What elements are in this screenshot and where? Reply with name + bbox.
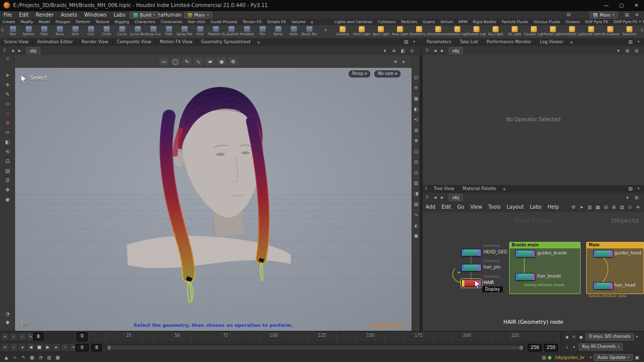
tool-icon[interactable]: ⟲ (0, 147, 15, 156)
add-pane-tab-icon[interactable]: + (501, 187, 508, 192)
pathbar-icon[interactable]: ◧ (398, 48, 408, 53)
range-end-field[interactable]: 256 (528, 344, 542, 351)
shelf-tool[interactable]: Spiral (270, 25, 286, 36)
shelf-tool[interactable]: Helix (286, 25, 301, 36)
selection-tool-icon[interactable]: ▭ (158, 57, 169, 66)
pathbar-icon[interactable]: ≡ (389, 48, 398, 53)
tool-icon[interactable]: ✥ (0, 185, 15, 195)
menu-item[interactable]: Windows (80, 11, 110, 19)
shelf-tool[interactable]: Platonic Solids (208, 25, 223, 36)
right-layout-selector[interactable]: Main ▾ (590, 12, 618, 19)
status-tool-icon[interactable]: ▦ (28, 352, 36, 362)
network-tool-icon[interactable]: ▤ (618, 205, 626, 210)
shelf-tool[interactable]: Point Light (352, 25, 371, 36)
shelf-tab[interactable]: DOP Pyro FX (611, 19, 640, 25)
pane-tab[interactable]: Scene View (0, 38, 33, 46)
display-option-icon[interactable]: ⟲ (412, 115, 420, 125)
pathbar-icon[interactable]: ⊙ (408, 48, 417, 53)
forward-icon[interactable]: ▶ (439, 196, 446, 200)
display-option-icon[interactable]: ◭ (412, 220, 420, 231)
key-all-channels-button[interactable]: Key All Channels ▾ (579, 343, 623, 350)
selection-tool-icon[interactable]: ▰ (205, 57, 215, 66)
status-tool-icon[interactable]: ▩ (53, 352, 62, 362)
timeline-ruler[interactable]: «‹›» 8 255075100125150175200225 0 (0, 331, 561, 342)
key-scope-icon[interactable]: ▾ (571, 345, 578, 349)
node-hair-braids[interactable] (515, 273, 535, 281)
pane-tab[interactable]: Parameters (423, 38, 456, 46)
shelf-tab[interactable]: Particles (398, 19, 420, 25)
chevron-down-icon[interactable]: ▾ (637, 19, 643, 25)
chevron-down-icon[interactable]: ▾ (635, 38, 642, 46)
shelf-tool[interactable]: Distant Light (467, 25, 486, 36)
shelf-tab[interactable]: Grains (420, 19, 438, 25)
tool-icon[interactable]: ◉ (0, 195, 15, 204)
shelf-tab[interactable]: Particle Fluids (499, 19, 531, 25)
status-tool-icon[interactable]: ◔ (36, 352, 45, 362)
projection-selector[interactable]: Persp ▾ (349, 70, 370, 77)
menu-item[interactable]: Labs (110, 11, 129, 19)
node-hair-pin[interactable] (461, 264, 481, 272)
selection-tool-icon[interactable]: ◉ (216, 57, 227, 66)
selection-tool-icon[interactable]: ∿ (193, 57, 204, 66)
display-option-icon[interactable]: ◫ (412, 146, 420, 157)
network-tool-icon[interactable]: ⚙ (570, 205, 578, 210)
shelf-tool[interactable]: Draw Curve (145, 25, 161, 36)
menu-item[interactable]: View (467, 202, 486, 212)
display-option-icon[interactable]: ✥ (412, 136, 420, 146)
shelf-grip-icon[interactable]: ⠿ (0, 28, 5, 33)
shelf-tool[interactable]: VR Camera (601, 25, 620, 36)
shelf-tool[interactable]: Spray Paint (177, 25, 192, 36)
range-end-handle[interactable] (519, 345, 523, 350)
shelf-tool[interactable]: Spot Light (371, 25, 390, 36)
shelf-tab[interactable]: Guide Process (208, 19, 240, 25)
shelf-tool[interactable]: Grid (67, 25, 83, 36)
desk-selector[interactable]: Build ▾ (130, 12, 158, 19)
display-option-icon[interactable]: ◷ (412, 167, 420, 178)
back-icon[interactable]: ◀ (432, 196, 439, 200)
chevron-down-icon[interactable]: ▾ (634, 335, 640, 339)
shelf-tool[interactable]: Stereo Camera (582, 25, 601, 36)
shelf-tool[interactable]: Box (5, 25, 21, 36)
pathbar-grip-icon[interactable]: ⠿ (0, 48, 9, 53)
substep-field[interactable]: 8 (92, 344, 102, 351)
display-option-icon[interactable]: ⊞ (412, 125, 420, 136)
shelf-tool[interactable]: Circle (99, 25, 114, 36)
menu-overflow-icon[interactable]: ≡ (633, 11, 641, 19)
close-button[interactable]: ✕ (629, 0, 644, 11)
tool-icon[interactable]: ✂ (0, 128, 15, 137)
maximize-button[interactable]: ▢ (614, 0, 629, 11)
play-reverse-button[interactable]: ◀ (27, 343, 35, 351)
chevron-down-icon[interactable]: ▾ (635, 185, 642, 193)
shelf-tool[interactable]: L-System (223, 25, 239, 36)
shelf-tab[interactable]: Lights and Cameras (332, 19, 375, 25)
display-option-icon[interactable]: ▤ (412, 199, 420, 210)
add-pane-tab-icon[interactable]: + (568, 40, 575, 45)
panel-icon[interactable]: ▤ (627, 185, 634, 193)
selection-tool-icon[interactable]: ✎ (182, 57, 192, 66)
shelf-tool[interactable]: Geometry Light (410, 25, 429, 36)
shelf-tab[interactable]: Rigid Bodies (470, 19, 499, 25)
menu-item[interactable]: Render (32, 11, 57, 19)
pathbar-icon[interactable]: ⊞ (632, 195, 641, 200)
pathbar-icon[interactable]: ⊞ (623, 48, 632, 53)
playback-range-slider[interactable] (107, 345, 525, 350)
network-path-chip[interactable]: obj (449, 47, 463, 54)
shelf-tool[interactable]: Sky Light (486, 25, 505, 36)
global-end-field[interactable]: 250 (544, 344, 558, 351)
next-frame-button[interactable]: ▸ (52, 343, 60, 351)
toolbar-grip-icon[interactable]: ⠿ (0, 55, 15, 63)
add-pane-tab-icon[interactable]: + (255, 40, 262, 45)
tool-icon[interactable]: ➤ (0, 70, 15, 80)
shelf-tool[interactable]: Camera (333, 25, 352, 36)
display-option-icon[interactable]: ▦ (412, 94, 420, 104)
pane-tab[interactable]: Tree View (430, 185, 459, 193)
camera-selector[interactable]: No cam ▾ (374, 70, 400, 77)
shelf-tab[interactable]: Deform (73, 19, 93, 25)
display-option-icon[interactable]: ⊡ (412, 157, 420, 167)
shelf-tab[interactable]: Volume (289, 19, 308, 25)
tool-icon[interactable]: ⊕ (0, 118, 15, 128)
frame-jump-button[interactable]: › (18, 333, 26, 341)
pane-tab[interactable]: Composite View (113, 38, 155, 46)
back-icon[interactable]: ◀ (432, 49, 439, 53)
shelf-tool[interactable]: Curve Bezier (130, 25, 145, 36)
